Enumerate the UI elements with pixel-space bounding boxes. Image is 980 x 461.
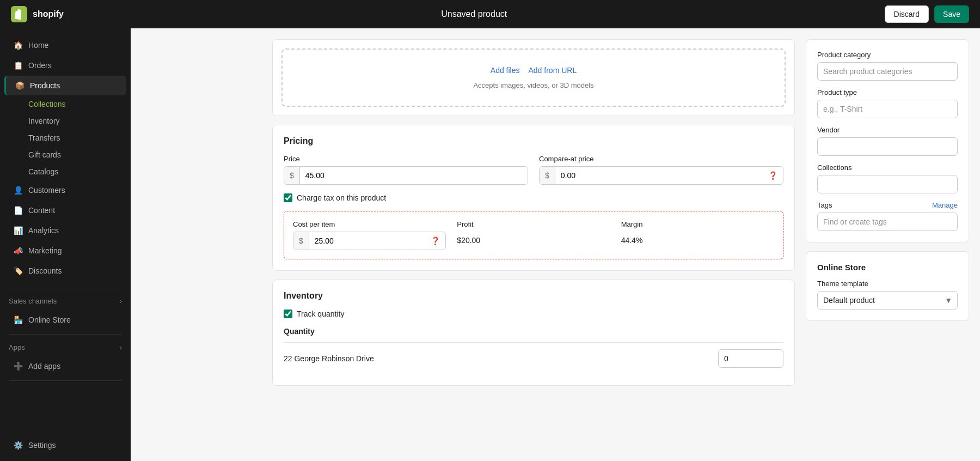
sidebar-label-transfers: Transfers <box>28 134 60 142</box>
charge-tax-label: Charge tax on this product <box>297 193 386 202</box>
tags-input[interactable] <box>817 213 958 231</box>
theme-template-select[interactable]: Default product Custom template <box>817 291 958 310</box>
margin-label: Margin <box>621 220 774 228</box>
profit-field: Profit $20.00 <box>457 220 610 249</box>
product-organization-card: Product category Product type Vendor <box>806 39 969 242</box>
discard-button[interactable]: Discard <box>885 5 929 23</box>
compare-price-label: Compare-at price <box>539 155 783 163</box>
add-files-link[interactable]: Add files <box>491 66 520 75</box>
product-category-label: Product category <box>817 51 958 59</box>
price-input[interactable] <box>300 167 528 184</box>
topbar-actions: Discard Save <box>885 5 969 23</box>
location-name: 22 George Robinson Drive <box>284 354 374 363</box>
cost-currency: $ <box>293 232 309 250</box>
sidebar-label-products: Products <box>30 81 60 90</box>
price-label: Price <box>284 155 528 163</box>
track-quantity-label: Track quantity <box>297 310 344 318</box>
cost-per-item-label: Cost per item <box>293 220 446 228</box>
product-type-input[interactable] <box>817 100 958 118</box>
sidebar-subitem-catalogs[interactable]: Catalogs <box>4 163 126 180</box>
sidebar-item-customers[interactable]: 👤 Customers <box>4 180 126 200</box>
vendor-label: Vendor <box>817 126 958 134</box>
compare-price-input-wrapper: $ ❓ <box>539 166 783 185</box>
add-apps-icon: ➕ <box>13 361 23 371</box>
tags-manage-link[interactable]: Manage <box>932 201 958 209</box>
collections-group: Collections <box>817 163 958 193</box>
cost-input[interactable] <box>309 232 426 250</box>
sidebar-sales-channels-section[interactable]: Sales channels › <box>0 293 131 310</box>
home-icon: 🏠 <box>13 40 23 50</box>
collections-input[interactable] <box>817 175 958 193</box>
product-type-label: Product type <box>817 88 958 96</box>
tags-group: Tags Manage <box>817 201 958 231</box>
analytics-icon: 📊 <box>13 226 23 235</box>
quantity-row: 22 George Robinson Drive <box>284 342 783 374</box>
sidebar-divider-3 <box>9 380 122 381</box>
quantity-input[interactable] <box>718 349 783 368</box>
sidebar: 🏠 Home 📋 Orders 📦 Products Collections I… <box>0 28 131 461</box>
sidebar-item-settings[interactable]: ⚙️ Settings <box>4 435 126 455</box>
product-category-input[interactable] <box>817 62 958 81</box>
charge-tax-checkbox[interactable] <box>284 193 292 202</box>
sidebar-item-discounts[interactable]: 🏷️ Discounts <box>4 261 126 281</box>
cost-help-icon[interactable]: ❓ <box>425 232 445 250</box>
profit-label: Profit <box>457 220 610 228</box>
media-links: Add files Add from URL <box>491 66 577 75</box>
product-category-group: Product category <box>817 51 958 81</box>
sidebar-item-orders[interactable]: 📋 Orders <box>4 56 126 75</box>
left-column: Add files Add from URL Accepts images, v… <box>272 39 795 450</box>
sidebar-item-content[interactable]: 📄 Content <box>4 201 126 220</box>
media-upload-area[interactable]: Add files Add from URL Accepts images, v… <box>281 48 786 107</box>
sidebar-label-gift-cards: Gift cards <box>28 150 61 159</box>
help-icon[interactable]: ❓ <box>763 167 783 184</box>
vendor-input[interactable] <box>817 137 958 156</box>
sidebar-item-add-apps[interactable]: ➕ Add apps <box>4 356 126 376</box>
pricing-card: Pricing Price $ Compare-at price $ <box>272 125 795 271</box>
theme-template-group: Theme template Default product Custom te… <box>817 280 958 310</box>
sidebar-apps-section[interactable]: Apps › <box>0 339 131 356</box>
sidebar-label-collections: Collections <box>28 100 65 108</box>
customers-icon: 👤 <box>13 185 23 195</box>
sidebar-label-analytics: Analytics <box>28 226 59 235</box>
sidebar-label-apps: Apps <box>9 343 25 351</box>
price-input-wrapper: $ <box>284 166 528 185</box>
sidebar-item-marketing[interactable]: 📣 Marketing <box>4 241 126 260</box>
cost-per-item-field: Cost per item $ ❓ <box>293 220 446 250</box>
quantity-title: Quantity <box>284 327 783 336</box>
sidebar-subitem-gift-cards[interactable]: Gift cards <box>4 147 126 163</box>
media-hint: Accepts images, videos, or 3D models <box>473 81 593 89</box>
product-type-group: Product type <box>817 88 958 118</box>
topbar: shopify Unsaved product Discard Save <box>0 0 980 28</box>
cost-input-wrapper: $ ❓ <box>293 232 446 250</box>
sidebar-label-home: Home <box>28 41 48 50</box>
sidebar-item-analytics[interactable]: 📊 Analytics <box>4 221 126 240</box>
page-title: Unsaved product <box>441 9 507 19</box>
sidebar-label-settings: Settings <box>28 441 56 450</box>
price-row: Price $ Compare-at price $ ❓ <box>284 155 783 185</box>
price-currency: $ <box>284 167 300 184</box>
sidebar-subitem-collections[interactable]: Collections <box>4 96 126 112</box>
save-button[interactable]: Save <box>934 5 969 23</box>
sidebar-label-sales-channels: Sales channels <box>9 297 57 305</box>
sidebar-item-home[interactable]: 🏠 Home <box>4 35 126 55</box>
cost-row: Cost per item $ ❓ Profit $20.00 <box>293 220 774 250</box>
content-icon: 📄 <box>13 205 23 215</box>
sidebar-subitem-inventory[interactable]: Inventory <box>4 113 126 129</box>
compare-price-field: Compare-at price $ ❓ <box>539 155 783 185</box>
compare-price-input[interactable] <box>555 167 763 184</box>
tags-label: Tags Manage <box>817 201 958 209</box>
sidebar-label-marketing: Marketing <box>28 246 62 255</box>
add-from-url-link[interactable]: Add from URL <box>529 66 577 75</box>
inventory-card: Inventory Track quantity Quantity 22 Geo… <box>272 280 795 386</box>
discounts-icon: 🏷️ <box>13 266 23 276</box>
sidebar-item-products[interactable]: 📦 Products <box>4 76 126 95</box>
sidebar-label-content: Content <box>28 206 55 215</box>
sidebar-item-online-store[interactable]: 🏪 Online Store <box>4 310 126 330</box>
chevron-right-icon-2: › <box>120 343 122 351</box>
sidebar-subitem-transfers[interactable]: Transfers <box>4 130 126 146</box>
sidebar-label-inventory: Inventory <box>28 117 60 125</box>
chevron-right-icon: › <box>120 297 122 305</box>
track-quantity-checkbox[interactable] <box>284 310 292 318</box>
sidebar-label-catalogs: Catalogs <box>28 167 58 176</box>
profit-value: $20.00 <box>457 232 610 249</box>
